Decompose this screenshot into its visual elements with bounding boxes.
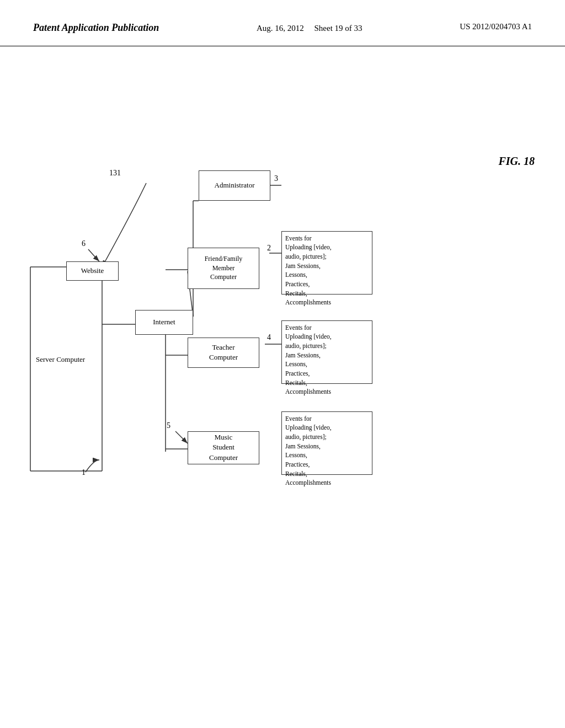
diagram-area: Website Server Computer Internet Adminis… <box>0 46 565 697</box>
friend-events-box: Events for Uploading [video, audio, pict… <box>281 231 372 295</box>
label-6: 6 <box>82 239 86 248</box>
label-3: 3 <box>274 174 278 183</box>
label-1: 1 <box>82 468 86 477</box>
patent-number: US 2012/0204703 A1 <box>460 22 532 31</box>
teacher-events-box: Events for Uploading [video, audio, pict… <box>281 320 372 384</box>
label-2: 2 <box>267 244 271 253</box>
page-header: Patent Application Publication Aug. 16, … <box>0 0 565 46</box>
teacher-box: Teacher Computer <box>188 338 259 368</box>
website-box: Website <box>66 261 119 281</box>
music-student-box: Music Student Computer <box>188 431 259 464</box>
student-events-box: Events for Uploading [video, audio, pict… <box>281 411 372 475</box>
administrator-box: Administrator <box>199 170 270 201</box>
label-4: 4 <box>267 333 271 342</box>
publication-title: Patent Application Publication <box>33 22 159 34</box>
friend-family-box: Friend/Family Member Computer <box>188 248 259 289</box>
figure-label: FIG. 18 <box>498 154 535 168</box>
header-center: Aug. 16, 2012 Sheet 19 of 33 <box>257 22 363 35</box>
label-131: 131 <box>109 169 121 178</box>
pub-date: Aug. 16, 2012 <box>257 24 304 33</box>
server-computer-label: Server Computer <box>36 355 85 364</box>
label-5: 5 <box>167 421 170 430</box>
sheet-info: Sheet 19 of 33 <box>315 24 363 33</box>
internet-box: Internet <box>135 310 193 335</box>
